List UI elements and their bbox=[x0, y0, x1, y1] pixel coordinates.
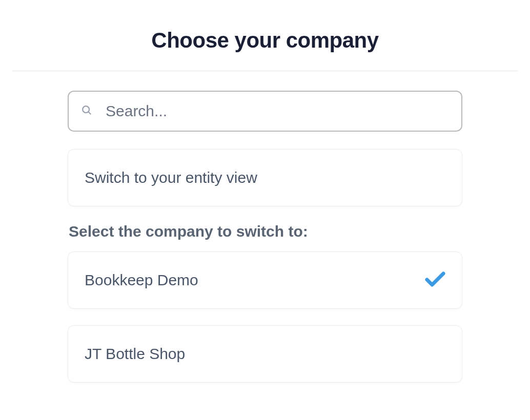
svg-point-0 bbox=[83, 106, 89, 113]
svg-line-1 bbox=[88, 112, 91, 114]
entity-view-label: Switch to your entity view bbox=[85, 169, 257, 186]
entity-view-button[interactable]: Switch to your entity view bbox=[68, 149, 462, 206]
search-input[interactable] bbox=[106, 102, 449, 120]
page-container: Choose your company Switch to your entit… bbox=[0, 0, 530, 383]
company-item[interactable]: JT Bottle Shop bbox=[68, 325, 462, 383]
content-area: Switch to your entity view Select the co… bbox=[68, 91, 462, 383]
company-item[interactable]: Bookkeep Demo bbox=[68, 251, 462, 309]
section-heading: Select the company to switch to: bbox=[68, 223, 462, 240]
search-box[interactable] bbox=[68, 91, 462, 132]
check-icon bbox=[425, 271, 445, 289]
search-icon bbox=[81, 104, 106, 118]
page-title: Choose your company bbox=[0, 28, 530, 53]
divider bbox=[12, 71, 518, 71]
company-name: Bookkeep Demo bbox=[85, 271, 198, 289]
company-name: JT Bottle Shop bbox=[85, 345, 185, 363]
